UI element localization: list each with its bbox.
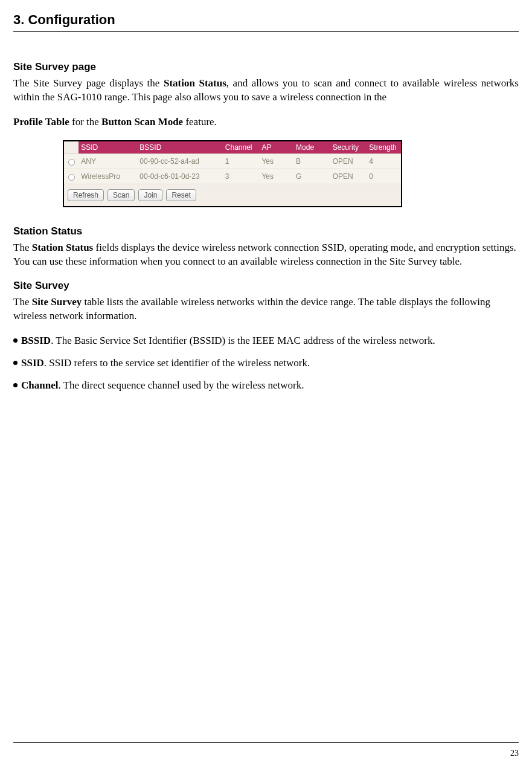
radio-icon[interactable]: [68, 159, 75, 166]
join-button[interactable]: Join: [138, 189, 162, 201]
para-site-survey-page: The Site Survey page displays the Statio…: [13, 77, 519, 105]
scan-button[interactable]: Scan: [107, 189, 135, 201]
text: . SSID refers to the service set identif…: [44, 357, 310, 369]
row-radio[interactable]: [64, 169, 79, 184]
para-profile-table: Profile Table for the Button Scan Mode f…: [13, 115, 519, 129]
cell-ssid: WirelessPro: [79, 169, 137, 184]
cell-strength: 0: [367, 169, 401, 184]
section-site-survey-page: Site Survey page: [13, 61, 519, 73]
para-station-status: The Station Status fields displays the d…: [13, 241, 519, 269]
radio-icon[interactable]: [68, 174, 75, 181]
header-mode: Mode: [293, 141, 330, 154]
header-rule: [13, 31, 519, 32]
table-header-row: SSID BSSID Channel AP Mode Security Stre…: [64, 141, 401, 154]
text: feature.: [183, 116, 217, 127]
bullet-channel: Channel. The direct sequence channel use…: [13, 379, 519, 393]
site-survey-screenshot: SSID BSSID Channel AP Mode Security Stre…: [63, 140, 402, 208]
cell-strength: 4: [367, 154, 401, 169]
cell-mode: B: [293, 154, 330, 169]
text-bold: Station Status: [32, 242, 94, 253]
header-channel: Channel: [223, 141, 260, 154]
text: for the: [69, 116, 101, 127]
cell-bssid: 00-0d-c6-01-0d-23: [137, 169, 223, 184]
para-site-survey: The Site Survey table lists the availabl…: [13, 295, 519, 323]
header-security: Security: [330, 141, 367, 154]
row-radio[interactable]: [64, 154, 79, 169]
section-site-survey: Site Survey: [13, 280, 519, 292]
text-bold: Site Survey: [32, 296, 82, 308]
header-ssid: SSID: [79, 141, 137, 154]
text-bold: Station Status: [164, 77, 226, 89]
page-footer: 23: [13, 742, 519, 758]
cell-ap: Yes: [259, 169, 293, 184]
header-radio: [64, 141, 79, 154]
bullet-icon: [13, 338, 18, 343]
refresh-button[interactable]: Refresh: [68, 189, 104, 201]
text-bold: SSID: [21, 357, 44, 369]
text: The: [13, 296, 32, 308]
section-station-status: Station Status: [13, 225, 519, 237]
cell-ap: Yes: [259, 154, 293, 169]
text-bold: Profile Table: [13, 116, 69, 127]
reset-button[interactable]: Reset: [166, 189, 196, 201]
text: The: [13, 242, 32, 253]
screenshot-button-row: Refresh Scan Join Reset: [64, 184, 401, 206]
cell-bssid: 00-90-cc-52-a4-ad: [137, 154, 223, 169]
bullet-icon: [13, 361, 18, 365]
cell-ssid: ANY: [79, 154, 137, 169]
table-row[interactable]: WirelessPro 00-0d-c6-01-0d-23 3 Yes G OP…: [64, 169, 401, 184]
header-strength: Strength: [367, 141, 401, 154]
header-ap: AP: [259, 141, 293, 154]
text-bold: Button Scan Mode: [101, 116, 183, 127]
bullet-icon: [13, 383, 18, 387]
text-bold: Channel: [21, 379, 58, 391]
page-number: 23: [13, 749, 519, 758]
text-bold: BSSID: [21, 335, 51, 346]
cell-security: OPEN: [330, 154, 367, 169]
text: . The Basic Service Set Identifier (BSSI…: [51, 335, 435, 346]
table-row[interactable]: ANY 00-90-cc-52-a4-ad 1 Yes B OPEN 4: [64, 154, 401, 169]
cell-mode: G: [293, 169, 330, 184]
bullet-bssid: BSSID. The Basic Service Set Identifier …: [13, 334, 519, 348]
cell-security: OPEN: [330, 169, 367, 184]
text: The Site Survey page displays the: [13, 77, 164, 89]
site-survey-table: SSID BSSID Channel AP Mode Security Stre…: [64, 141, 401, 185]
cell-channel: 1: [223, 154, 260, 169]
chapter-title: 3. Configuration: [13, 12, 519, 28]
cell-channel: 3: [223, 169, 260, 184]
footer-rule: [13, 742, 519, 743]
text: . The direct sequence channel used by th…: [58, 379, 304, 391]
text: table lists the available wireless netwo…: [13, 296, 490, 321]
bullet-ssid: SSID. SSID refers to the service set ide…: [13, 357, 519, 370]
header-bssid: BSSID: [137, 141, 223, 154]
